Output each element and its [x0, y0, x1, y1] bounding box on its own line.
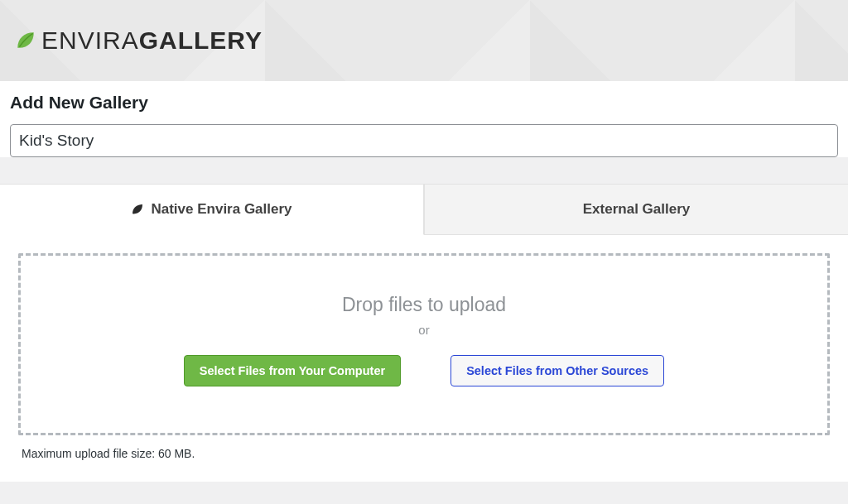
upload-button-row: Select Files from Your Computer Select F…	[37, 355, 811, 386]
brand-banner: ENVIRAGALLERY	[0, 0, 848, 81]
leaf-icon	[15, 30, 36, 51]
select-files-other-button[interactable]: Select Files from Other Sources	[450, 355, 664, 386]
dropzone-heading: Drop files to upload	[37, 294, 811, 316]
tab-native-gallery[interactable]: Native Envira Gallery	[0, 184, 424, 235]
tabs-row: Native Envira Gallery External Gallery	[0, 184, 848, 235]
dropzone-or-label: or	[37, 323, 811, 337]
tab-external-label: External Gallery	[583, 201, 690, 218]
tabs-card: Native Envira Gallery External Gallery D…	[0, 184, 848, 482]
leaf-icon	[131, 203, 144, 216]
page-body: Add New Gallery Native Envira Gallery Ex…	[0, 81, 848, 482]
brand-name-bold: GALLERY	[139, 26, 263, 54]
brand-logo: ENVIRAGALLERY	[15, 26, 263, 55]
select-files-computer-button[interactable]: Select Files from Your Computer	[184, 355, 401, 386]
page-title: Add New Gallery	[10, 93, 838, 113]
max-upload-note: Maximum upload file size: 60 MB.	[18, 435, 830, 473]
gallery-title-input[interactable]	[10, 124, 838, 157]
tab-native-label: Native Envira Gallery	[151, 201, 292, 218]
brand-name-thin: ENVIRA	[41, 26, 139, 54]
tab-external-gallery[interactable]: External Gallery	[424, 184, 848, 235]
section-gap	[0, 157, 848, 184]
tab-content: Drop files to upload or Select Files fro…	[0, 235, 848, 482]
brand-wordmark: ENVIRAGALLERY	[41, 26, 263, 55]
upload-dropzone[interactable]: Drop files to upload or Select Files fro…	[18, 253, 830, 435]
